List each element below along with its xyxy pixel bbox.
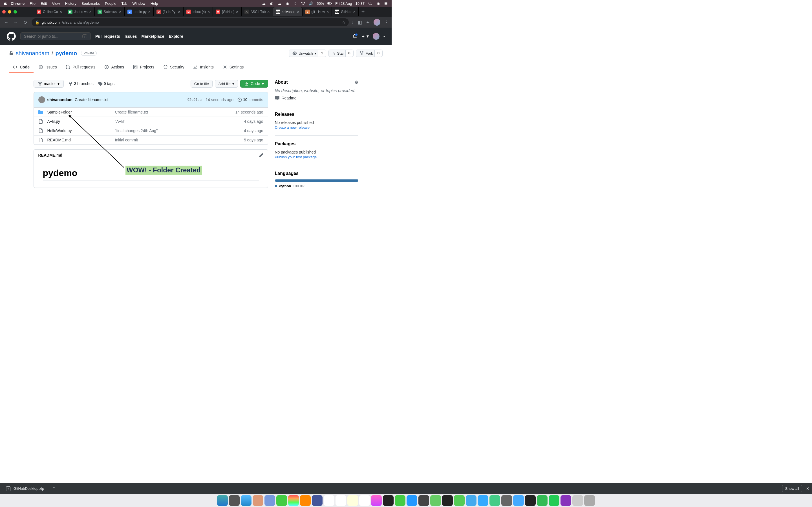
star-count[interactable]: 0 (345, 50, 354, 57)
browser-tab[interactable]: MInbox (4)× (184, 7, 213, 16)
chrome-menu-icon[interactable]: ⋮ (384, 20, 389, 25)
repo-tab-settings[interactable]: Settings (219, 62, 248, 73)
commit-message[interactable]: Create filename.txt (75, 98, 108, 102)
create-menu-icon[interactable]: ＋ ▾ (361, 34, 369, 40)
github-logo-icon[interactable] (7, 32, 16, 41)
control-center-icon[interactable]: ☰ (384, 1, 388, 6)
tab-close-icon[interactable]: × (178, 10, 181, 14)
dropbox-icon[interactable]: ☁ (277, 1, 282, 6)
commit-author-avatar[interactable] (38, 96, 45, 103)
browser-tab[interactable]: AASCII Tab× (242, 7, 273, 16)
tab-close-icon[interactable]: × (59, 10, 62, 14)
menu-bookmarks[interactable]: Bookmarks (82, 1, 100, 6)
repo-tab-code[interactable]: Code (9, 62, 34, 73)
minimize-window-button[interactable] (8, 10, 11, 13)
browser-tab[interactable]: GHGitHub× (332, 7, 359, 16)
user-avatar[interactable] (373, 33, 379, 40)
tab-close-icon[interactable]: × (89, 10, 92, 14)
menu-tab[interactable]: Tab (121, 1, 127, 6)
profile-avatar[interactable] (373, 19, 380, 25)
nav-issues[interactable]: Issues (124, 34, 137, 39)
repo-name-link[interactable]: pydemo (56, 50, 77, 57)
menu-window[interactable]: Window (132, 1, 145, 6)
bluetooth-icon[interactable]: ᛒ (293, 1, 297, 6)
file-commit-msg[interactable]: "A+B" (115, 119, 244, 124)
file-commit-msg[interactable]: Create filename.txt (115, 110, 236, 114)
tab-close-icon[interactable]: × (119, 10, 121, 14)
browser-tab[interactable]: Q(1) In Pyt× (154, 7, 184, 16)
file-name-link[interactable]: README.md (47, 138, 71, 142)
menu-file[interactable]: File (30, 1, 36, 6)
browser-tab[interactable]: UOnline Co× (34, 7, 65, 16)
edit-readme-icon[interactable] (259, 153, 263, 158)
forward-button[interactable]: → (12, 20, 19, 25)
tab-close-icon[interactable]: × (297, 10, 299, 14)
extension-icon-1[interactable]: ◧ (358, 20, 362, 25)
commits-link[interactable]: 10 commits (238, 98, 263, 102)
file-name-link[interactable]: SampleFolder (47, 110, 72, 114)
tab-close-icon[interactable]: × (267, 10, 269, 14)
wifi-icon[interactable] (301, 1, 305, 6)
back-button[interactable]: ← (3, 20, 10, 25)
cloud-icon[interactable]: ☁ (261, 1, 266, 6)
reload-button[interactable]: ⟳ (22, 20, 29, 25)
code-download-button[interactable]: Code ▾ (240, 80, 268, 88)
volume-icon[interactable]: 🔊 (309, 1, 313, 6)
repo-owner-link[interactable]: shivanandam (16, 50, 49, 57)
packages-title[interactable]: Packages (275, 142, 358, 147)
add-file-button[interactable]: Add file ▾ (215, 80, 238, 88)
close-window-button[interactable] (2, 10, 6, 13)
readme-link[interactable]: Readme (275, 96, 358, 100)
unwatch-button[interactable]: Unwatch ▾ (289, 50, 320, 57)
maximize-window-button[interactable] (13, 10, 17, 13)
user-menu-caret[interactable]: ▾ (384, 35, 385, 38)
tab-close-icon[interactable]: × (148, 10, 151, 14)
browser-tab[interactable]: GHshivanan× (273, 7, 303, 16)
siri-icon[interactable]: ◉ (376, 1, 380, 6)
battery-icon[interactable] (327, 1, 332, 6)
repo-tab-issues[interactable]: Issues (35, 62, 61, 73)
repo-tab-projects[interactable]: Projects (129, 62, 158, 73)
menu-edit[interactable]: Edit (41, 1, 47, 6)
tab-close-icon[interactable]: × (326, 10, 329, 14)
releases-title[interactable]: Releases (275, 112, 358, 117)
branch-select-button[interactable]: master ▾ (34, 80, 64, 88)
repo-tab-pull-requests[interactable]: Pull requests (62, 62, 99, 73)
file-commit-msg[interactable]: Initial commit (115, 138, 244, 142)
readme-filename[interactable]: README.md (38, 153, 63, 158)
repo-tab-insights[interactable]: Insights (189, 62, 217, 73)
commit-time[interactable]: 14 seconds ago (206, 98, 234, 102)
menu-view[interactable]: View (52, 1, 60, 6)
goto-file-button[interactable]: Go to file (191, 80, 213, 88)
browser-tab[interactable]: M[GitHub]× (213, 7, 241, 16)
download-icon[interactable]: ↓ (352, 20, 354, 25)
sync-icon[interactable]: ◐ (269, 1, 274, 6)
nav-marketplace[interactable]: Marketplace (142, 34, 164, 39)
menu-help[interactable]: Help (151, 1, 158, 6)
fork-count[interactable]: 0 (374, 50, 383, 57)
tab-close-icon[interactable]: × (207, 10, 210, 14)
about-settings-icon[interactable]: ⚙ (355, 80, 358, 84)
menubar-date[interactable]: Fri 28 Aug (335, 1, 352, 6)
browser-tab[interactable]: Gord in py× (124, 7, 154, 16)
browser-tab[interactable]: HJadoo vs× (65, 7, 95, 16)
address-bar[interactable]: 🔒 github.com/shivanandam/pydemo ☆ (32, 18, 349, 26)
commit-hash[interactable]: 92e91aa (188, 98, 202, 102)
branches-link[interactable]: 2 branches (68, 81, 93, 86)
bookmark-star-icon[interactable]: ☆ (342, 20, 345, 24)
nav-pull-requests[interactable]: Pull requests (95, 34, 120, 39)
repo-tab-security[interactable]: Security (159, 62, 188, 73)
status-icon[interactable]: ◉ (285, 1, 290, 6)
spotlight-icon[interactable] (368, 1, 372, 6)
nav-explore[interactable]: Explore (168, 34, 183, 39)
fork-button[interactable]: Fork (356, 50, 377, 57)
file-name-link[interactable]: A+B.py (47, 119, 60, 124)
extensions-icon[interactable]: ✦ (366, 20, 370, 25)
tab-close-icon[interactable]: × (236, 10, 238, 14)
menubar-time[interactable]: 19:37 (355, 1, 364, 6)
language-item[interactable]: Python 100.0% (275, 184, 358, 188)
notifications-icon[interactable] (352, 34, 357, 39)
new-tab-button[interactable]: + (359, 9, 368, 15)
browser-tab[interactable]: HSubmissi× (95, 7, 124, 16)
menu-app[interactable]: Chrome (11, 1, 24, 6)
